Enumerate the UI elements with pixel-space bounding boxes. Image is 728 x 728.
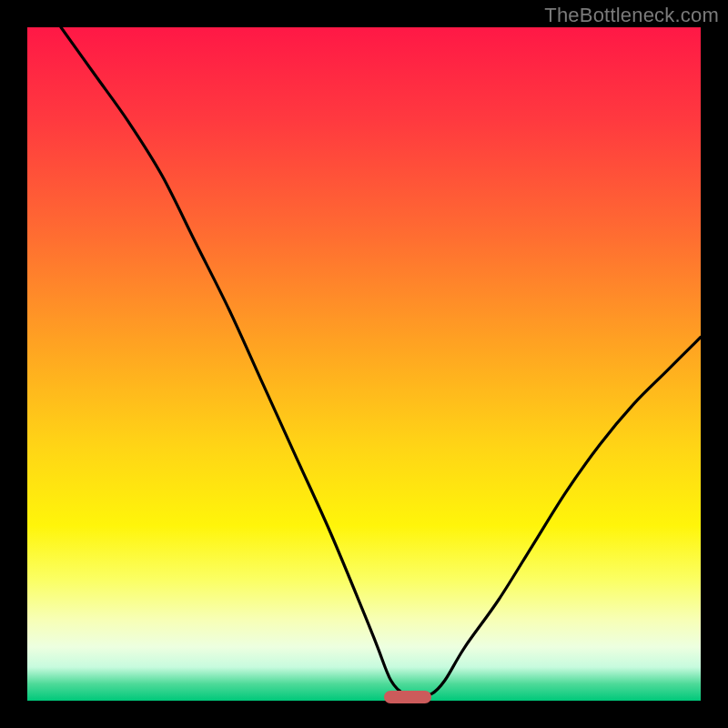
bottleneck-curve [27, 27, 701, 701]
chart-frame: TheBottleneck.com [0, 0, 728, 728]
attribution-label: TheBottleneck.com [544, 4, 719, 27]
plot-area [27, 27, 701, 701]
optimal-range-marker [384, 691, 431, 703]
